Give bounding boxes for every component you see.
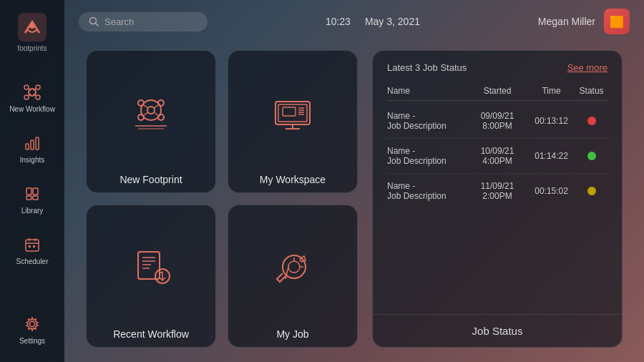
- col-time: Time: [527, 86, 575, 96]
- row2-time: 01:14:22: [527, 151, 575, 161]
- row1-started: 09/09/218:00PM: [467, 111, 527, 131]
- current-date: May 3, 2021: [365, 16, 420, 27]
- search-input[interactable]: [104, 16, 190, 27]
- current-time: 10:23: [326, 16, 351, 27]
- svg-line-35: [144, 112, 148, 115]
- header-center: 10:23 May 3, 2021: [208, 16, 538, 27]
- scheduler-label: Scheduler: [16, 258, 48, 265]
- row1-time: 00:13:12: [527, 116, 575, 126]
- settings-label: Settings: [19, 337, 45, 345]
- svg-point-28: [147, 107, 155, 114]
- table-row: Name -Job Description 10/09/214:00PM 01:…: [387, 139, 608, 174]
- row2-started: 10/09/214:00PM: [467, 146, 527, 166]
- content-area: New Footprint: [64, 43, 644, 362]
- table-row: Name -Job Description 11/09/212:00PM 00:…: [387, 174, 608, 208]
- row1-status: [575, 117, 608, 125]
- latest-jobs-label: Latest 3 Job Status: [387, 62, 467, 73]
- svg-line-26: [96, 24, 99, 26]
- svg-point-32: [158, 114, 164, 120]
- col-status: Status: [575, 86, 608, 96]
- status-dot-yellow: [587, 187, 596, 195]
- svg-point-3: [24, 85, 29, 89]
- main-area: 10:23 May 3, 2021 Megan Miller 🟧: [64, 0, 644, 362]
- svg-point-31: [138, 114, 144, 120]
- job-status-table-area: Latest 3 Job Status See more Name Starte…: [373, 51, 622, 314]
- my-job-icon-area: [235, 212, 350, 324]
- svg-point-5: [24, 95, 29, 99]
- svg-rect-44: [283, 107, 296, 116]
- library-icon: [22, 184, 42, 204]
- my-workspace-title: My Workspace: [260, 174, 326, 185]
- settings-icon: [22, 314, 42, 334]
- job-status-footer-label: Job Status: [472, 325, 523, 337]
- col-started: Started: [467, 86, 527, 96]
- svg-rect-22: [29, 245, 31, 248]
- my-workspace-card[interactable]: My Workspace: [228, 50, 358, 193]
- sidebar-item-library[interactable]: Library: [0, 177, 64, 222]
- new-footprint-icon-area: [94, 58, 208, 170]
- cards-grid: New Footprint: [86, 50, 358, 348]
- new-footprint-title: New Footprint: [119, 174, 182, 185]
- svg-point-4: [36, 85, 40, 89]
- svg-point-6: [36, 95, 40, 99]
- app-logo: footprints: [17, 7, 47, 58]
- user-name: Megan Miller: [538, 16, 595, 27]
- svg-rect-13: [36, 137, 39, 150]
- svg-rect-12: [31, 140, 34, 150]
- svg-point-56: [288, 261, 300, 273]
- col-name: Name: [387, 86, 467, 96]
- search-icon: [89, 16, 99, 26]
- svg-rect-15: [33, 188, 38, 195]
- svg-rect-16: [26, 196, 31, 200]
- sidebar-item-insights[interactable]: Insights: [0, 126, 64, 171]
- see-more-link[interactable]: See more: [567, 62, 608, 73]
- recent-workflow-icon-area: [94, 212, 208, 324]
- header: 10:23 May 3, 2021 Megan Miller 🟧: [64, 0, 644, 43]
- row3-time: 00:15:02: [527, 186, 575, 196]
- insights-label: Insights: [20, 156, 44, 164]
- my-job-title: My Job: [276, 328, 308, 340]
- row3-status: [575, 187, 608, 195]
- library-label: Library: [21, 207, 44, 215]
- job-status-footer: Job Status: [373, 314, 622, 347]
- table-header: Name Started Time Status: [387, 82, 608, 101]
- app-name-label: footprints: [17, 44, 47, 52]
- svg-rect-11: [26, 144, 29, 150]
- row3-started: 11/09/212:00PM: [467, 181, 527, 201]
- my-job-card[interactable]: My Job: [228, 205, 358, 348]
- svg-line-34: [154, 105, 158, 108]
- sidebar: footprints New Workflow: [0, 0, 64, 362]
- new-workflow-icon: [22, 82, 42, 102]
- status-dot-green: [587, 152, 596, 160]
- new-workflow-label: New Workflow: [9, 105, 55, 113]
- user-avatar[interactable]: 🟧: [604, 9, 630, 34]
- row3-name: Name -Job Description: [387, 181, 467, 201]
- header-right: Megan Miller 🟧: [538, 9, 630, 34]
- svg-rect-23: [33, 245, 35, 248]
- new-footprint-card[interactable]: New Footprint: [86, 50, 216, 193]
- svg-point-24: [30, 322, 35, 327]
- search-bar[interactable]: [79, 12, 208, 31]
- avatar-icon: 🟧: [610, 15, 624, 29]
- sidebar-item-settings[interactable]: Settings: [0, 307, 64, 352]
- row2-name: Name -Job Description: [387, 146, 467, 166]
- recent-workflow-card[interactable]: Recent Workflow: [86, 205, 216, 348]
- job-status-header: Latest 3 Job Status See more: [387, 62, 608, 73]
- svg-rect-17: [33, 196, 38, 200]
- svg-rect-14: [26, 188, 31, 195]
- status-dot-red: [587, 117, 596, 125]
- svg-rect-39: [275, 102, 310, 124]
- svg-point-29: [138, 100, 144, 106]
- sidebar-item-new-workflow[interactable]: New Workflow: [0, 75, 64, 120]
- svg-rect-18: [26, 240, 39, 251]
- insights-icon: [22, 133, 42, 153]
- svg-rect-49: [138, 252, 160, 279]
- recent-workflow-title: Recent Workflow: [113, 328, 189, 340]
- my-workspace-icon-area: [235, 58, 350, 170]
- job-status-panel: Latest 3 Job Status See more Name Starte…: [372, 50, 623, 348]
- table-row: Name -Job Description 09/09/218:00PM 00:…: [387, 104, 608, 139]
- sidebar-item-scheduler[interactable]: Scheduler: [0, 228, 64, 273]
- svg-point-30: [158, 100, 164, 106]
- scheduler-icon: [22, 235, 42, 255]
- svg-line-36: [154, 112, 158, 115]
